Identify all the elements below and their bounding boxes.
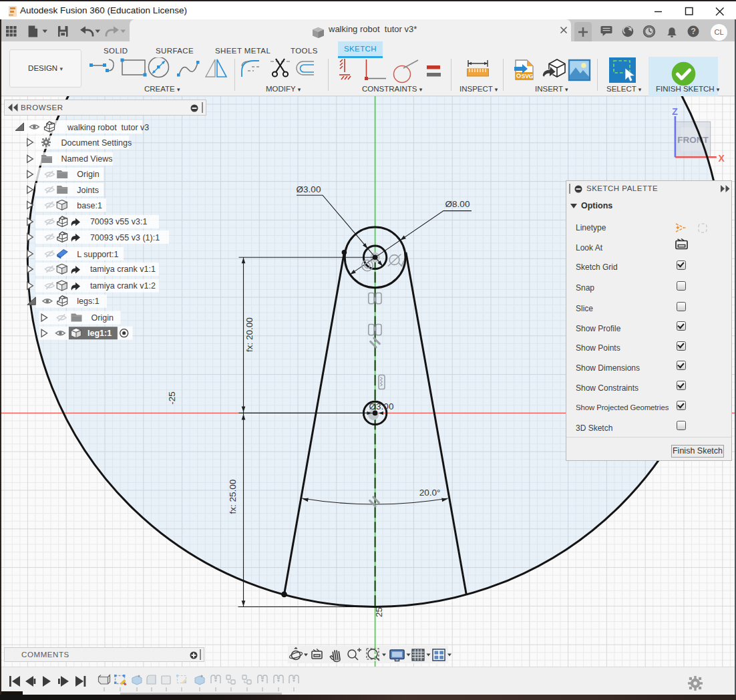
svg-text:FRONT: FRONT: [677, 135, 709, 145]
svg-text:leg1:1: leg1:1: [87, 329, 112, 338]
svg-text:70093 v55 v3 (1):1: 70093 v55 v3 (1):1: [90, 233, 160, 242]
svg-text:SVG: SVG: [522, 73, 534, 79]
svg-text:Named Views: Named Views: [61, 154, 113, 164]
svg-text:tamiya crank v1:1: tamiya crank v1:1: [90, 265, 156, 274]
svg-text:?: ?: [691, 27, 696, 36]
svg-text:Origin: Origin: [77, 170, 99, 179]
svg-text:Ø3.00: Ø3.00: [369, 401, 394, 411]
svg-text:legs:1: legs:1: [77, 297, 99, 306]
svg-text:walking robot tutor v3: walking robot tutor v3: [67, 123, 149, 132]
svg-text:fx: 25.00: fx: 25.00: [228, 480, 238, 514]
svg-text:fx: 20.00: fx: 20.00: [244, 317, 254, 352]
svg-text:X: X: [719, 153, 725, 164]
svg-text:70093 v55 v3:1: 70093 v55 v3:1: [90, 217, 148, 226]
svg-text:Z: Z: [672, 106, 678, 117]
svg-text:Ø3.00: Ø3.00: [297, 184, 321, 194]
svg-text:L support:1: L support:1: [77, 250, 118, 259]
svg-text:tamiya crank v1:2: tamiya crank v1:2: [90, 281, 156, 291]
svg-text:Ø8.00: Ø8.00: [445, 199, 470, 209]
svg-text:25: 25: [374, 607, 384, 617]
svg-text:Document Settings: Document Settings: [61, 138, 132, 148]
svg-text:base:1: base:1: [77, 201, 102, 210]
svg-text:Joints: Joints: [77, 186, 99, 195]
svg-text:20.0°: 20.0°: [419, 488, 441, 498]
svg-text:Origin: Origin: [91, 313, 114, 323]
